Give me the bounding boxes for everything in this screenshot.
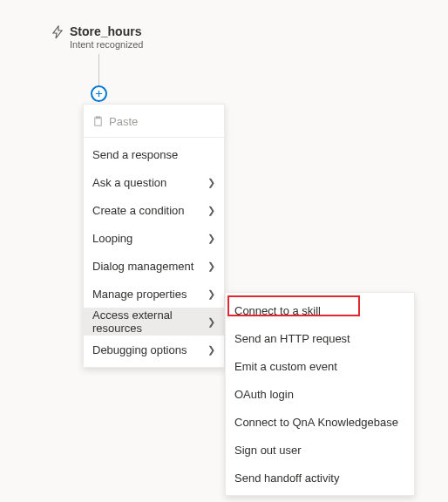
- submenu-item-send-http[interactable]: Send an HTTP request: [226, 324, 414, 352]
- menu-item-ask-question[interactable]: Ask a question ❯: [84, 168, 224, 196]
- menu-item-dialog-management[interactable]: Dialog management ❯: [84, 252, 224, 280]
- submenu-item-connect-skill[interactable]: Connect to a skill: [226, 296, 414, 324]
- submenu-item-emit-event[interactable]: Emit a custom event: [226, 352, 414, 380]
- paste-icon: [92, 116, 104, 127]
- submenu-item-send-handoff[interactable]: Send handoff activity: [226, 464, 414, 492]
- menu-item-send-response[interactable]: Send a response: [84, 140, 224, 168]
- lightning-icon: [51, 25, 64, 39]
- menu-item-access-external-resources[interactable]: Access external resources ❯: [84, 308, 224, 336]
- submenu-item-oauth-login[interactable]: OAuth login: [226, 380, 414, 408]
- menu-item-looping[interactable]: Looping ❯: [84, 224, 224, 252]
- chevron-right-icon: ❯: [207, 177, 215, 188]
- submenu-access-external-resources: Connect to a skill Send an HTTP request …: [225, 292, 415, 496]
- menu-separator: [84, 137, 224, 138]
- menu-item-create-condition[interactable]: Create a condition ❯: [84, 196, 224, 224]
- chevron-right-icon: ❯: [207, 205, 215, 216]
- connector-line: [98, 54, 99, 85]
- menu-item-debugging-options[interactable]: Debugging options ❯: [84, 336, 224, 363]
- plus-icon: [95, 90, 103, 98]
- paste-item: Paste: [84, 108, 224, 134]
- chevron-right-icon: ❯: [207, 316, 215, 328]
- menu-item-manage-properties[interactable]: Manage properties ❯: [84, 280, 224, 308]
- trigger-title: Store_hours: [70, 24, 143, 38]
- submenu-item-sign-out[interactable]: Sign out user: [226, 436, 414, 464]
- paste-label: Paste: [109, 115, 138, 128]
- chevron-right-icon: ❯: [207, 288, 215, 300]
- chevron-right-icon: ❯: [207, 344, 215, 356]
- trigger-text: Store_hours Intent recognized: [70, 24, 143, 50]
- action-menu: Paste Send a response Ask a question ❯ C…: [83, 104, 225, 368]
- trigger-node[interactable]: Store_hours Intent recognized: [51, 24, 143, 50]
- submenu-item-connect-qna[interactable]: Connect to QnA Knowledgebase: [226, 408, 414, 436]
- chevron-right-icon: ❯: [207, 261, 215, 272]
- add-action-button[interactable]: [91, 85, 107, 102]
- trigger-subtitle: Intent recognized: [70, 39, 143, 50]
- chevron-right-icon: ❯: [207, 233, 215, 244]
